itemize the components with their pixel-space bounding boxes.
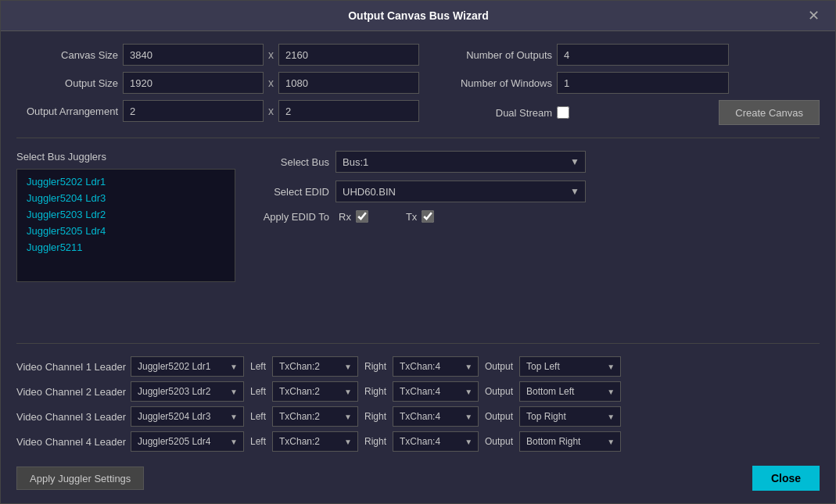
juggler-list: Juggler5202 Ldr1 Juggler5204 Ldr3 Juggle… — [16, 169, 235, 282]
canvas-size-height-input[interactable] — [278, 44, 419, 66]
channel-1-leader-dropdown-container: Juggler5202 Ldr1 Juggler5203 Ldr2 Juggle… — [131, 356, 244, 377]
bus-settings: Select Bus Bus:1 Bus:2 Bus:3 Bus:4 ▼ Sel… — [251, 151, 820, 331]
select-edid-row: Select EDID UHD60.BIN HD60.BIN Custom ▼ — [251, 181, 820, 202]
channel-3-leader-select[interactable]: Juggler5202 Ldr1 Juggler5203 Ldr2 Juggle… — [131, 406, 244, 427]
channel-1-left-label: Left — [250, 361, 266, 372]
juggler-item-2[interactable]: Juggler5203 Ldr2 — [23, 207, 228, 222]
channel-1-left-select[interactable]: TxChan:1 TxChan:2 TxChan:3 TxChan:4 — [272, 356, 358, 377]
channel-4-left-select[interactable]: TxChan:1 TxChan:2 TxChan:3 TxChan:4 — [272, 431, 358, 452]
select-bus-row: Select Bus Bus:1 Bus:2 Bus:3 Bus:4 ▼ — [251, 151, 820, 173]
rx-checkbox-group: Rx — [339, 210, 368, 223]
dual-stream-checkbox[interactable] — [557, 106, 569, 119]
channel-2-output-dropdown-container: Top Left Top Right Bottom Left Bottom Ri… — [519, 381, 621, 402]
channel-2-left-label: Left — [250, 386, 266, 397]
tx-checkbox[interactable] — [422, 210, 434, 223]
dual-stream-label: Dual Stream — [450, 107, 552, 119]
output-arrangement-label: Output Arrangement — [16, 105, 118, 117]
channels-section: Video Channel 1 Leader Juggler5202 Ldr1 … — [16, 356, 820, 452]
output-arrangement-cols-input[interactable] — [123, 100, 264, 122]
apply-juggler-settings-button[interactable]: Apply Juggler Settings — [16, 466, 144, 490]
canvas-size-width-input[interactable] — [123, 44, 264, 66]
channel-2-leader-dropdown-container: Juggler5202 Ldr1 Juggler5203 Ldr2 Juggle… — [131, 381, 244, 402]
channel-1-leader-select[interactable]: Juggler5202 Ldr1 Juggler5203 Ldr2 Juggle… — [131, 356, 244, 377]
output-arrangement-rows-input[interactable] — [278, 100, 419, 122]
channel-4-right-dropdown-container: TxChan:1 TxChan:2 TxChan:3 TxChan:4 ▼ — [393, 431, 479, 452]
rx-label: Rx — [339, 211, 351, 223]
channel-1-output-label: Output — [485, 361, 513, 372]
top-form: Canvas Size x Output Size x Output Arran… — [16, 44, 820, 125]
channel-1-right-label: Right — [364, 361, 386, 372]
dialog: Output Canvas Bus Wizard ✕ Canvas Size x… — [0, 0, 836, 504]
channel-4-output-dropdown-container: Top Left Top Right Bottom Left Bottom Ri… — [519, 431, 621, 452]
channel-1-right-select[interactable]: TxChan:1 TxChan:2 TxChan:3 TxChan:4 — [393, 356, 479, 377]
output-arrangement-x-sep: x — [268, 105, 274, 117]
juggler-item-3[interactable]: Juggler5205 Ldr4 — [23, 223, 228, 238]
select-edid-label: Select EDID — [251, 186, 329, 198]
create-canvas-button[interactable]: Create Canvas — [719, 100, 820, 125]
select-edid-dropdown[interactable]: UHD60.BIN HD60.BIN Custom — [335, 181, 586, 202]
close-button[interactable]: Close — [752, 466, 820, 491]
channel-4-leader-dropdown-container: Juggler5202 Ldr1 Juggler5203 Ldr2 Juggle… — [131, 431, 244, 452]
channel-4-label: Video Channel 4 Leader — [16, 436, 126, 448]
channel-2-right-select[interactable]: TxChan:1 TxChan:2 TxChan:3 TxChan:4 — [393, 381, 479, 402]
dual-stream-row: Dual Stream Create Canvas — [450, 100, 820, 125]
channel-2-leader-select[interactable]: Juggler5202 Ldr1 Juggler5203 Ldr2 Juggle… — [131, 381, 244, 402]
channel-3-right-dropdown-container: TxChan:1 TxChan:2 TxChan:3 TxChan:4 ▼ — [393, 406, 479, 427]
canvas-size-row: Canvas Size x — [16, 44, 419, 66]
num-windows-label: Number of Windows — [450, 77, 552, 89]
select-bus-dropdown[interactable]: Bus:1 Bus:2 Bus:3 Bus:4 — [335, 151, 586, 173]
num-windows-input[interactable] — [557, 72, 729, 94]
channel-3-left-dropdown-container: TxChan:1 TxChan:2 TxChan:3 TxChan:4 ▼ — [272, 406, 358, 427]
channel-3-label: Video Channel 3 Leader — [16, 411, 126, 423]
tx-checkbox-group: Tx — [406, 210, 434, 223]
channel-4-leader-select[interactable]: Juggler5202 Ldr1 Juggler5203 Ldr2 Juggle… — [131, 431, 244, 452]
rx-checkbox[interactable] — [356, 210, 368, 223]
channel-row-1: Video Channel 1 Leader Juggler5202 Ldr1 … — [16, 356, 820, 377]
channel-4-output-select[interactable]: Top Left Top Right Bottom Left Bottom Ri… — [519, 431, 621, 452]
select-edid-dropdown-container: UHD60.BIN HD60.BIN Custom ▼ — [335, 181, 586, 202]
dialog-close-button[interactable]: ✕ — [805, 9, 823, 23]
channel-1-label: Video Channel 1 Leader — [16, 361, 126, 373]
channel-3-output-select[interactable]: Top Left Top Right Bottom Left Bottom Ri… — [519, 406, 621, 427]
channel-3-leader-dropdown-container: Juggler5202 Ldr1 Juggler5203 Ldr2 Juggle… — [131, 406, 244, 427]
apply-edid-label: Apply EDID To — [251, 211, 329, 223]
output-size-width-input[interactable] — [123, 72, 264, 94]
title-bar: Output Canvas Bus Wizard ✕ — [1, 1, 835, 31]
channel-4-output-label: Output — [485, 436, 513, 447]
dialog-content: Canvas Size x Output Size x Output Arran… — [1, 31, 835, 503]
channel-4-left-dropdown-container: TxChan:1 TxChan:2 TxChan:3 TxChan:4 ▼ — [272, 431, 358, 452]
channel-2-left-dropdown-container: TxChan:1 TxChan:2 TxChan:3 TxChan:4 ▼ — [272, 381, 358, 402]
channel-4-right-select[interactable]: TxChan:1 TxChan:2 TxChan:3 TxChan:4 — [393, 431, 479, 452]
channel-row-4: Video Channel 4 Leader Juggler5202 Ldr1 … — [16, 431, 820, 452]
channel-2-right-dropdown-container: TxChan:1 TxChan:2 TxChan:3 TxChan:4 ▼ — [393, 381, 479, 402]
channel-2-left-select[interactable]: TxChan:1 TxChan:2 TxChan:3 TxChan:4 — [272, 381, 358, 402]
channel-3-output-label: Output — [485, 411, 513, 422]
channel-2-output-select[interactable]: Top Left Top Right Bottom Left Bottom Ri… — [519, 381, 621, 402]
channel-4-right-label: Right — [364, 436, 386, 447]
channel-row-3: Video Channel 3 Leader Juggler5202 Ldr1 … — [16, 406, 820, 427]
output-size-label: Output Size — [16, 77, 118, 89]
channel-1-output-dropdown-container: Top Left Top Right Bottom Left Bottom Ri… — [519, 356, 621, 377]
output-size-row: Output Size x — [16, 72, 419, 94]
tx-label: Tx — [406, 211, 417, 223]
channel-3-output-dropdown-container: Top Left Top Right Bottom Left Bottom Ri… — [519, 406, 621, 427]
middle-section: Select Bus Jugglers Juggler5202 Ldr1 Jug… — [16, 151, 820, 331]
channel-3-left-label: Left — [250, 411, 266, 422]
num-outputs-input[interactable] — [557, 44, 729, 66]
output-size-height-input[interactable] — [278, 72, 419, 94]
select-bus-label: Select Bus — [251, 156, 329, 168]
channel-2-label: Video Channel 2 Leader — [16, 386, 126, 398]
channel-3-right-label: Right — [364, 411, 386, 422]
channel-2-right-label: Right — [364, 386, 386, 397]
juggler-item-1[interactable]: Juggler5204 Ldr3 — [23, 191, 228, 206]
dialog-title: Output Canvas Bus Wizard — [32, 9, 805, 22]
channel-3-right-select[interactable]: TxChan:1 TxChan:2 TxChan:3 TxChan:4 — [393, 406, 479, 427]
juggler-item-4[interactable]: Juggler5211 — [23, 240, 228, 255]
num-outputs-label: Number of Outputs — [450, 49, 552, 61]
channel-1-left-dropdown-container: TxChan:1 TxChan:2 TxChan:3 TxChan:4 ▼ — [272, 356, 358, 377]
juggler-item-0[interactable]: Juggler5202 Ldr1 — [23, 174, 228, 189]
channel-3-left-select[interactable]: TxChan:1 TxChan:2 TxChan:3 TxChan:4 — [272, 406, 358, 427]
channel-1-output-select[interactable]: Top Left Top Right Bottom Left Bottom Ri… — [519, 356, 621, 377]
juggler-list-label: Select Bus Jugglers — [16, 151, 235, 163]
channel-4-left-label: Left — [250, 436, 266, 447]
